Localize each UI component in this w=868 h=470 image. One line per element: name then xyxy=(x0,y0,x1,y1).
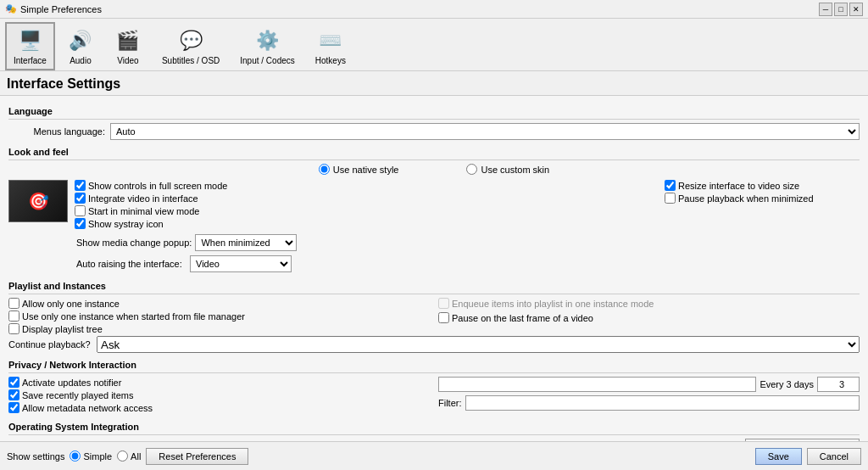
vlc-preview-icon: 🎯 xyxy=(28,191,49,211)
menus-language-select[interactable]: Auto English French German Spanish xyxy=(110,123,860,140)
interface-preview: 🎯 xyxy=(8,180,68,222)
subtitles-icon: 💬 xyxy=(177,27,204,54)
update-days-spinner[interactable] xyxy=(817,377,860,392)
simple-radio-label[interactable]: Simple xyxy=(70,450,112,462)
integrate-video-row: Integrate video in interface xyxy=(75,193,658,204)
bottom-right: Save Cancel xyxy=(755,448,861,465)
reset-preferences-button[interactable]: Reset Preferences xyxy=(146,448,248,465)
one-instance-checkbox[interactable] xyxy=(8,298,19,309)
pause-minimized-row: Pause playback when minimized xyxy=(665,193,860,204)
toolbar: 🖥️ Interface 🔊 Audio 🎬 Video 💬 Subtitles… xyxy=(0,19,868,71)
hotkeys-icon: ⌨️ xyxy=(317,27,344,54)
show-settings-label: Show settings xyxy=(7,451,64,462)
systray-checkbox[interactable] xyxy=(75,218,86,229)
tab-hotkeys[interactable]: ⌨️ Hotkeys xyxy=(307,22,354,70)
updates-row: Activate updates notifier xyxy=(8,377,430,388)
recently-played-label[interactable]: Save recently played items xyxy=(8,389,133,400)
pause-last-label[interactable]: Pause on the last frame of a video xyxy=(438,312,593,323)
recently-played-row: Save recently played items xyxy=(8,389,430,400)
systray-label[interactable]: Show systray icon xyxy=(75,218,164,229)
playlist-tree-label[interactable]: Display playlist tree xyxy=(8,323,103,334)
audio-icon: 🔊 xyxy=(67,27,94,54)
all-radio[interactable] xyxy=(117,450,128,462)
tab-interface[interactable]: 🖥️ Interface xyxy=(5,22,55,70)
privacy-left: Activate updates notifier Save recently … xyxy=(8,377,430,415)
title-bar: 🎭 Simple Preferences ─ □ ✕ xyxy=(0,0,868,19)
updates-checkbox[interactable] xyxy=(8,377,19,388)
tab-input[interactable]: ⚙️ Input / Codecs xyxy=(231,22,303,70)
tab-interface-label: Interface xyxy=(14,56,47,65)
input-icon: ⚙️ xyxy=(254,27,281,54)
resize-interface-label[interactable]: Resize interface to video size xyxy=(665,180,799,191)
continue-label: Continue playback? xyxy=(8,339,93,350)
privacy-section-title: Privacy / Network Interaction xyxy=(8,360,860,370)
pause-last-checkbox[interactable] xyxy=(438,312,449,323)
tab-subtitles-label: Subtitles / OSD xyxy=(162,56,220,65)
fullscreen-controls-checkbox[interactable] xyxy=(75,180,86,191)
filter-label: Filter: xyxy=(438,398,462,408)
fullscreen-controls-label[interactable]: Show controls in full screen mode xyxy=(75,180,227,191)
continue-row: Continue playback? Ask Always Never xyxy=(8,336,860,353)
save-button[interactable]: Save xyxy=(755,448,802,465)
metadata-label[interactable]: Allow metadata network access xyxy=(8,402,153,413)
integrate-video-label[interactable]: Integrate video in interface xyxy=(75,193,198,204)
enqueue-checkbox[interactable] xyxy=(438,298,449,309)
recently-played-checkbox[interactable] xyxy=(8,389,19,400)
minimal-view-label[interactable]: Start in minimal view mode xyxy=(75,205,199,216)
minimal-view-checkbox[interactable] xyxy=(75,205,86,216)
resize-interface-row: Resize interface to video size xyxy=(665,180,860,191)
media-popup-area: Show media change popup: When minimized … xyxy=(8,234,860,274)
custom-skin-radio[interactable] xyxy=(466,164,477,175)
filter-row: Filter: xyxy=(438,395,860,411)
minimal-view-row: Start in minimal view mode xyxy=(75,205,658,216)
cancel-button[interactable]: Cancel xyxy=(807,448,861,465)
minimize-button[interactable]: ─ xyxy=(819,3,832,16)
tab-video[interactable]: 🎬 Video xyxy=(106,22,150,70)
integrate-video-checkbox[interactable] xyxy=(75,193,86,204)
video-icon: 🎬 xyxy=(114,27,142,54)
maximize-button[interactable]: □ xyxy=(834,3,848,16)
enqueue-label: Enqueue items into playlist in one insta… xyxy=(438,298,654,309)
title-bar-title: Simple Preferences xyxy=(20,4,102,14)
one-instance-label[interactable]: Allow only one instance xyxy=(8,298,120,309)
metadata-checkbox[interactable] xyxy=(8,402,19,413)
tab-subtitles[interactable]: 💬 Subtitles / OSD xyxy=(153,22,228,70)
show-media-popup-select[interactable]: When minimized Always Never xyxy=(195,234,297,251)
one-instance-file-checkbox[interactable] xyxy=(8,311,19,322)
app-icon: 🎭 xyxy=(5,3,17,14)
tab-audio[interactable]: 🔊 Audio xyxy=(58,22,103,70)
update-frequency-input[interactable] xyxy=(438,377,756,392)
pause-last-row: Pause on the last frame of a video xyxy=(438,312,860,323)
look-feel-checkboxes-right: Resize interface to video size Pause pla… xyxy=(665,180,860,231)
bottom-bar: Show settings Simple All Reset Preferenc… xyxy=(0,441,868,470)
continue-select[interactable]: Ask Always Never xyxy=(97,336,860,353)
playlist-tree-checkbox[interactable] xyxy=(8,323,19,334)
auto-raise-select[interactable]: Video Always Never xyxy=(190,255,292,272)
updates-label[interactable]: Activate updates notifier xyxy=(8,377,121,388)
auto-raise-row: Auto raising the interface: Video Always… xyxy=(76,255,860,272)
language-section-title: Language xyxy=(8,106,860,116)
title-bar-left: 🎭 Simple Preferences xyxy=(5,3,102,14)
pause-minimized-checkbox[interactable] xyxy=(665,193,676,204)
show-media-popup-label: Show media change popup: xyxy=(76,238,192,248)
tab-hotkeys-label: Hotkeys xyxy=(315,56,346,65)
all-radio-label[interactable]: All xyxy=(117,450,141,462)
metadata-row: Allow metadata network access xyxy=(8,402,430,413)
filter-input[interactable] xyxy=(465,395,860,411)
menus-language-row: Menus language: Auto English French Germ… xyxy=(8,123,860,140)
tab-video-label: Video xyxy=(117,56,138,65)
playlist-section-title: Playlist and Instances xyxy=(8,281,860,291)
native-style-radio-label[interactable]: Use native style xyxy=(319,164,399,175)
custom-skin-radio-label[interactable]: Use custom skin xyxy=(466,164,549,175)
simple-label: Simple xyxy=(83,451,112,462)
resize-interface-checkbox[interactable] xyxy=(665,180,676,191)
simple-radio[interactable] xyxy=(70,450,81,462)
one-instance-file-label[interactable]: Use only one instance when started from … xyxy=(8,311,245,322)
playlist-area: Allow only one instance Use only one ins… xyxy=(8,298,860,336)
native-style-radio[interactable] xyxy=(319,164,330,175)
pause-minimized-label[interactable]: Pause playback when minimized xyxy=(665,193,814,204)
close-button[interactable]: ✕ xyxy=(849,3,863,16)
auto-raise-label: Auto raising the interface: xyxy=(76,259,186,269)
update-frequency-row: Every 3 days xyxy=(438,377,860,392)
title-bar-controls: ─ □ ✕ xyxy=(819,3,863,16)
